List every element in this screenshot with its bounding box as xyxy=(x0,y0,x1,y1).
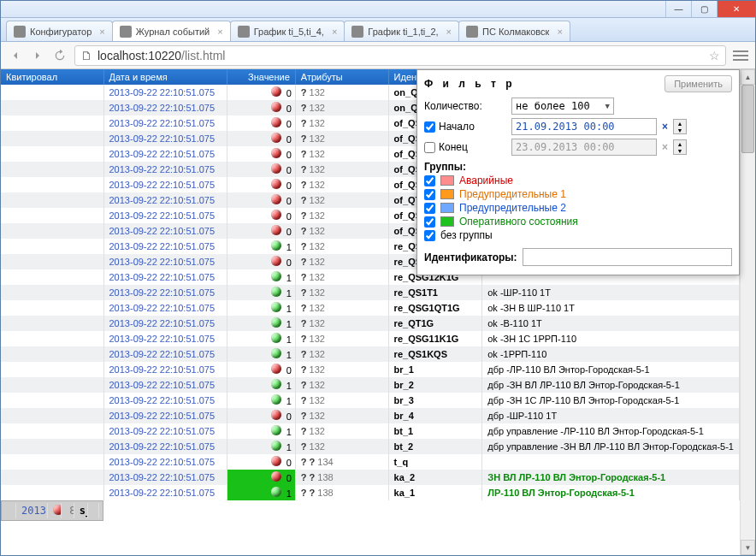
cell-attributes: ?132 xyxy=(295,162,388,177)
end-date-input[interactable]: 23.09.2013 00:00 xyxy=(511,139,657,156)
start-checkbox[interactable] xyxy=(424,121,435,133)
tab-close-icon[interactable]: × xyxy=(557,27,562,37)
table-row[interactable]: 2013-09-22 22:10:51.075 1 ?132 re_QSG1QT… xyxy=(1,300,740,316)
apply-button[interactable]: Применить xyxy=(664,75,732,92)
cell-description: ok -ЗН 1С 1РРП-110 xyxy=(482,331,740,346)
cell-identifier: ka_2 xyxy=(388,470,482,485)
end-spinner[interactable]: ▲▼ xyxy=(673,139,687,155)
col-ack[interactable]: Квитировал xyxy=(1,69,103,85)
start-clear-icon[interactable]: × xyxy=(662,121,668,133)
reload-button[interactable] xyxy=(52,48,68,63)
cell-datetime: 2013-09-22 22:10:51.075 xyxy=(103,115,227,131)
scroll-track[interactable] xyxy=(741,85,755,540)
cell-value: 1 xyxy=(227,331,296,346)
group-checkbox[interactable] xyxy=(424,175,435,186)
group-none-checkbox[interactable] xyxy=(424,230,435,241)
cell-attributes: ?132 xyxy=(295,223,388,239)
group-label: Предупредительные 1 xyxy=(459,188,566,200)
cell-attributes: ?132 xyxy=(295,331,388,346)
scroll-up-button[interactable]: ▲ xyxy=(741,69,755,85)
cell-identifier: re_QSG1QT1G xyxy=(388,300,482,316)
group-label: Оперативного состояния xyxy=(459,216,578,228)
browser-tab[interactable]: График ti_1,ti_2, × xyxy=(344,21,459,41)
table-row[interactable]: 2013-09-22 22:10:51.075 1 ?132 re_QSG11K… xyxy=(1,331,740,346)
table-row[interactable]: 2013-09-22 22:10:51.075 1 ?132 re_QS1KQS… xyxy=(1,346,740,362)
cell-description: ok -В-110 1Т xyxy=(482,316,740,331)
browser-tabs: Конфигуратор × Журнал событий × График t… xyxy=(1,18,755,42)
cell-identifier: bt_2 xyxy=(388,439,482,454)
tab-close-icon[interactable]: × xyxy=(332,27,337,37)
table-row[interactable]: 2013-09-22 22:10:51.075 1 ?132 bt_2 дбр … xyxy=(1,439,740,454)
identifiers-input[interactable] xyxy=(523,248,732,266)
group-checkbox[interactable] xyxy=(424,203,435,214)
cell-datetime: 2013-09-22 22:10:51.075 xyxy=(103,146,227,162)
cell-ack xyxy=(1,485,103,500)
start-date-input[interactable]: 21.09.2013 00:00 xyxy=(511,118,657,135)
tab-close-icon[interactable]: × xyxy=(99,27,104,37)
tab-close-icon[interactable]: × xyxy=(446,27,452,37)
table-row[interactable]: 2013-09-22 22:10:51.075 0 ?132 br_4 дбр … xyxy=(1,408,740,423)
cell-datetime: 2013-09-22 22:10:51.075 xyxy=(103,131,227,146)
cell-value: 0 xyxy=(227,146,296,162)
table-row[interactable]: 2013-09-22 22:10:51.075 1 ?132 br_2 дбр … xyxy=(1,377,740,393)
cell-attributes: ? ?138 xyxy=(295,470,388,485)
cell-attributes: ?132 xyxy=(295,362,388,377)
cell-datetime: 2013-09-22 22:10:51.075 xyxy=(103,362,227,377)
group-checkbox[interactable] xyxy=(424,189,435,200)
cell-ack xyxy=(1,393,103,408)
col-value[interactable]: Значение xyxy=(227,69,296,85)
group-checkbox[interactable] xyxy=(424,216,435,228)
cell-datetime: 2013-09-22 22:10:51.075 xyxy=(16,503,48,518)
col-datetime[interactable]: Дата и время xyxy=(103,69,227,85)
status-dot-icon xyxy=(271,210,281,220)
cell-datetime: 2013-09-22 22:10:51.075 xyxy=(103,285,227,300)
cell-identifier: re_QT1G xyxy=(388,316,482,331)
status-dot-icon xyxy=(271,240,281,251)
browser-tab[interactable]: Журнал событий × xyxy=(112,21,231,41)
table-row[interactable]: 2013-09-22 22:10:51.075 1 ?132 br_3 дбр … xyxy=(1,393,740,408)
forward-button[interactable] xyxy=(30,48,45,63)
start-spinner[interactable]: ▲▼ xyxy=(673,119,687,134)
browser-tab[interactable]: ПС Колмаковск × xyxy=(458,21,570,41)
cell-value: 0 xyxy=(227,177,296,192)
minimize-button[interactable]: — xyxy=(665,1,691,17)
vertical-scrollbar[interactable]: ▲ ▼ xyxy=(740,69,755,555)
cell-ack xyxy=(1,131,103,146)
table-row[interactable]: 2013-09-22 22:10:51.075 1 ?132 re_QT1G o… xyxy=(1,316,740,331)
bookmark-icon[interactable]: ☆ xyxy=(709,49,720,62)
scroll-thumb[interactable] xyxy=(741,85,754,153)
table-row[interactable]: 2013-09-22 22:10:51.075 1 ?132 re_QS1T1 … xyxy=(1,285,740,300)
cell-attributes: ?132 xyxy=(295,408,388,423)
cell-value: 1 xyxy=(227,269,296,285)
table-row[interactable]: 2013-09-22 22:10:51.075 0 ?132 br_1 дбр … xyxy=(1,362,740,377)
back-button[interactable] xyxy=(8,48,23,63)
cell-ack xyxy=(1,223,103,239)
table-row[interactable]: 2013-09-22 22:10:51.075 0 ? ?134 t_q xyxy=(1,454,740,470)
table-row[interactable]: 2013-09-22 22:10:51.075 0 8 s_2 xyxy=(1,500,103,521)
end-checkbox[interactable] xyxy=(424,142,435,153)
table-row[interactable]: 2013-09-22 22:10:51.075 1 ?132 bt_1 дбр … xyxy=(1,423,740,439)
table-row[interactable]: 2013-09-22 22:10:51.075 1 ? ?138 ka_1 ЛР… xyxy=(1,485,740,500)
cell-datetime: 2013-09-22 22:10:51.075 xyxy=(103,393,227,408)
tab-label: ПС Колмаковск xyxy=(482,27,549,37)
col-attributes[interactable]: Атрибуты xyxy=(295,69,388,85)
status-dot-icon xyxy=(271,348,281,358)
cell-datetime: 2013-09-22 22:10:51.075 xyxy=(103,377,227,393)
count-select[interactable]: не более 100 ▼ xyxy=(511,98,614,115)
url-field[interactable]: 🗋 localhost:10220/list.html ☆ xyxy=(74,45,726,66)
tab-label: Конфигуратор xyxy=(30,27,92,37)
end-clear-icon[interactable]: × xyxy=(662,141,668,153)
group-label: Аварийные xyxy=(459,174,513,186)
browser-tab[interactable]: График ti_5,ti_4, × xyxy=(230,21,346,41)
browser-tab[interactable]: Конфигуратор × xyxy=(6,21,113,41)
tab-close-icon[interactable]: × xyxy=(217,27,222,37)
status-dot-icon xyxy=(271,117,281,127)
scroll-down-button[interactable]: ▼ xyxy=(741,540,755,555)
status-dot-icon xyxy=(271,302,281,312)
status-dot-icon xyxy=(271,256,281,266)
maximize-button[interactable]: ▢ xyxy=(691,1,717,17)
close-button[interactable]: ✕ xyxy=(717,1,755,17)
menu-button[interactable] xyxy=(733,50,748,61)
status-dot-icon xyxy=(271,487,281,497)
table-row[interactable]: 2013-09-22 22:10:51.075 0 ? ?138 ka_2 ЗН… xyxy=(1,470,740,485)
